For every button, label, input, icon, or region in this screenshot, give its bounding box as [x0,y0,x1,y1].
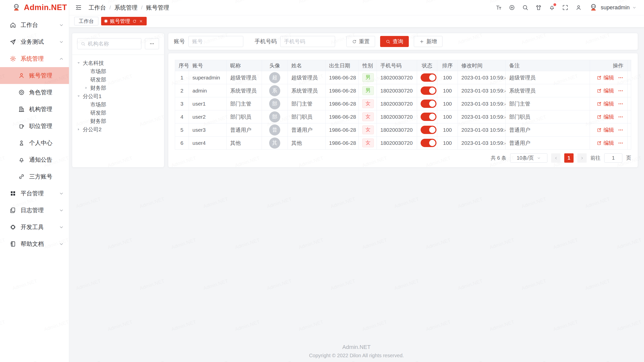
chevron-left-icon [554,156,558,160]
status-toggle[interactable] [421,73,436,82]
status-toggle[interactable] [421,100,436,108]
edit-button[interactable]: 编辑 [597,140,614,147]
cell-phone: 18020030720 [377,137,417,150]
sidebar-item-system-management[interactable]: 系统管理 [0,50,69,67]
page-size-select[interactable]: 10条/页 [510,153,547,163]
cell-avatar: 系 [262,84,288,97]
column-header: 昵称 [227,60,262,71]
font-size-icon[interactable] [495,4,502,11]
edit-button[interactable]: 编辑 [597,100,614,107]
tree-node[interactable]: 市场部 [76,100,162,109]
column-header: 修改时间 [458,60,506,71]
theme-icon[interactable] [535,4,542,11]
tab-workbench[interactable]: 工作台 [74,17,98,25]
tree-node[interactable]: 分公司1 [76,92,162,100]
tab-refresh-icon[interactable] [132,19,137,23]
sidebar-item-account-management[interactable]: 账号管理 [0,67,69,84]
sidebar-item-dev-tools[interactable]: 开发工具 [0,219,69,236]
org-more-button[interactable] [145,38,159,49]
tabs-bar: 工作台 账号管理 [69,15,644,27]
account-input[interactable]: 账号 [188,36,243,47]
sidebar-item-platform-management[interactable]: 平台管理 [0,185,69,202]
cell-phone: 18020030720 [377,123,417,137]
tree-node-label: 大名科技 [83,60,104,67]
edit-button[interactable]: 编辑 [597,87,614,94]
row-more-button[interactable] [618,114,623,120]
search-icon[interactable] [522,4,529,11]
status-toggle[interactable] [421,86,436,95]
table-header-row: 序号账号昵称头像姓名出生日期性别手机号码状态排序修改时间备注操作 [175,60,631,71]
cell-gender: 男 [359,84,377,97]
tree-node[interactable]: 大名科技 [76,59,162,67]
page-number-active[interactable]: 1 [564,153,574,163]
row-more-button[interactable] [618,140,623,146]
prev-page-button[interactable] [551,153,560,163]
sidebar-item-role-management[interactable]: 角色管理 [0,84,69,101]
cell-birthdate: 1986-06-28 [326,123,359,137]
sidebar-item-label: 三方账号 [29,173,52,180]
cell-gender: 女 [359,97,377,110]
sidebar-item-notice[interactable]: 通知公告 [0,151,69,168]
profile-icon[interactable] [575,4,582,11]
table-row: 6user4其他其其他1986-06-28女180200307201002023… [175,137,631,150]
tree-node[interactable]: 财务部 [76,84,162,92]
sidebar-item-org-management[interactable]: 机构管理 [0,101,69,118]
fullscreen-icon[interactable] [562,4,569,11]
edit-button[interactable]: 编辑 [597,126,614,133]
column-header: 账号 [189,60,227,71]
plus-icon [419,39,424,44]
collapse-menu-icon[interactable] [75,4,82,11]
tree-node[interactable]: 研发部 [76,75,162,84]
row-more-button[interactable] [618,101,623,107]
phone-input[interactable]: 手机号码 [280,36,335,47]
status-toggle[interactable] [421,126,436,134]
org-search-input[interactable]: 机构名称 [77,38,141,49]
next-page-button[interactable] [577,153,587,163]
cell-order: 100 [437,97,458,110]
edit-button[interactable]: 编辑 [597,74,614,81]
sidebar-item-label: 帮助文档 [21,240,44,248]
goto-page-input[interactable]: 1 [604,153,622,163]
cell-account: admin [189,84,227,97]
tree-node[interactable]: 研发部 [76,109,162,117]
tree-node[interactable]: 市场部 [76,67,162,75]
row-more-button[interactable] [618,75,623,80]
cell-name: 部门主管 [288,97,326,110]
add-button[interactable]: 新增 [414,36,442,47]
sidebar-item-label: 通知公告 [29,156,52,164]
sidebar-item-workbench[interactable]: 工作台 [0,17,69,33]
column-header: 姓名 [288,60,326,71]
sidebar-item-label: 职位管理 [29,122,52,130]
cell-nickname: 系统管理员 [227,84,262,97]
status-toggle[interactable] [421,139,436,147]
page-size-value: 10条/页 [517,155,534,161]
edit-label: 编辑 [603,74,614,81]
tab-close-icon[interactable] [139,19,143,23]
cell-order: 100 [437,137,458,150]
logo: Admin.NET [0,0,69,15]
user-menu[interactable]: superadmin [589,3,636,12]
tree-node[interactable]: 财务部 [76,117,162,125]
cell-modified-time: 2023-01-03 10:59:44 [458,71,506,84]
tab-label: 工作台 [79,18,94,25]
breadcrumb-separator: / [141,5,143,11]
row-more-button[interactable] [618,88,623,94]
tree-node[interactable]: 分公司2 [76,125,162,133]
sidebar-item-third-party-account[interactable]: 三方账号 [0,168,69,185]
sidebar-item-personal-center[interactable]: 个人中心 [0,134,69,151]
sidebar-item-log-management[interactable]: 日志管理 [0,202,69,219]
language-icon[interactable] [509,4,515,11]
sidebar-item-help-docs[interactable]: 帮助文档 [0,236,69,252]
breadcrumb-item-system[interactable]: 系统管理 [114,4,138,12]
status-toggle[interactable] [421,113,436,121]
row-more-button[interactable] [618,127,623,133]
notification-icon[interactable] [549,4,555,11]
sidebar-item-position-management[interactable]: 职位管理 [0,118,69,134]
sidebar-item-business-test[interactable]: 业务测试 [0,33,69,50]
reset-button[interactable]: 重置 [346,36,375,47]
breadcrumb-item-workbench[interactable]: 工作台 [89,4,106,12]
edit-button[interactable]: 编辑 [597,113,614,120]
query-button[interactable]: 查询 [380,36,409,47]
cell-status [417,137,437,150]
tab-account-management[interactable]: 账号管理 [101,17,147,25]
